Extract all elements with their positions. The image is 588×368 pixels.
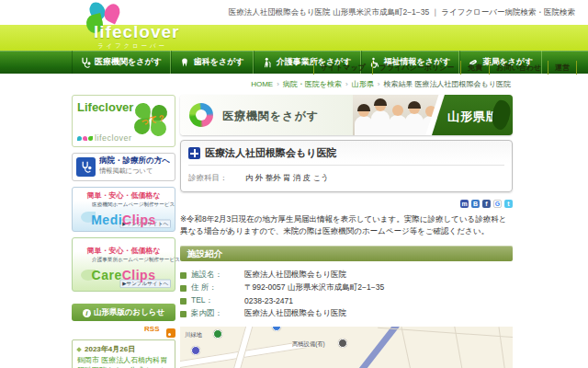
department-label: 診療科目： [188,173,234,184]
tab-label: 医療機関をさがす [95,56,162,68]
map-label-park[interactable]: 川緑地 [185,331,202,339]
breadcrumb-search[interactable]: 病院・医院を検索 [283,79,342,89]
department-value: 内 外 整外 胃 消 皮 こう [245,173,329,184]
sidebar: Lifeclover って？ lifeclover 病院・診療所の方へ 情報掲載… [72,95,175,368]
poi-marker-icon[interactable] [272,327,281,331]
rss-row: RSS [72,325,175,337]
mini-logo-text: lifeclover [95,133,132,143]
prefecture-silhouette-icon [491,99,512,131]
news-item-link[interactable]: 鶴岡市 医療法人石橋内科胃腸科医院さんの公式ホームペ [77,356,170,368]
hospital-summary-card: 医療法人社団根際会もり医院 診療科目： 内 外 整外 胃 消 皮 こう [180,140,513,192]
department-row: 診療科目： 内 外 整外 胃 消 皮 こう [188,173,504,184]
facility-section-header: 施設紹介 [180,246,513,261]
site-logo[interactable]: lifeclover ライフクローバー [79,2,208,51]
lifeclover-about-banner[interactable]: Lifeclover って？ lifeclover [72,95,175,147]
bullet-icon [180,298,187,305]
page: 医療法人社団根際会もり医院 山形県米沢市成島町2−1−35 ｜ ライフクローバー… [0,0,588,368]
clover-petal-icon [102,2,123,25]
tooth-icon [179,57,190,68]
rss-link[interactable]: RSS [144,325,159,333]
careclips-subtitle: 介護事業所ホームページ制作サービス [92,256,155,263]
map-road [227,327,254,368]
mediclips-catchcopy: 簡単・安心・低価格な [73,190,175,201]
prefecture-news-header: i山形県版のおしらせ [72,304,175,321]
map-highway [343,327,402,368]
facility-row-map: 案内図： 医療法人社団根際会もり医院 [180,307,513,320]
main-content: 医療機関をさがす 山形県版 医療法人社団根際会もり医院 診療科目： 内 外 整外… [180,95,513,368]
bullet-icon [76,347,82,352]
section-banner[interactable]: 医療機関をさがす 山形県版 [180,95,513,135]
clover-ring-icon [189,103,213,127]
tab-medical-search[interactable]: 医療機関をさがす [72,51,171,74]
breadcrumb-current: 検索結果 医療法人社団根際会もり医院 [383,79,511,89]
breadcrumb-separator: › [277,80,279,88]
provider-banner-title: 病院・診療所の方へ [99,155,170,167]
mediclips-banner[interactable]: 簡単・安心・低価格な 医療機関ホームページ制作サービス MediClips ▶サ… [72,187,175,232]
mixi-icon[interactable]: m [460,200,469,208]
bullet-icon [180,285,187,292]
tab-dental-search[interactable]: 歯科をさがす [171,51,254,74]
page-title-text: 医療法人社団根際会もり医院 山形県米沢市成島町2−1−35 ｜ ライフクローバー… [229,7,575,18]
provider-banner-subtitle: 情報掲載について [99,167,156,176]
mediclips-logo: MediClips [73,213,175,227]
facility-detail-list: 施設名： 医療法人社団根際会もり医院 住 所： 〒992-0057 山形県米沢市… [180,269,513,320]
social-bookmark-row: m B f G t [180,200,513,208]
hatena-icon[interactable]: B [471,200,480,208]
facility-row-name: 施設名： 医療法人社団根際会もり医院 [180,269,513,282]
utility-nav: サイトマップ プライバシーポリシー 免責 お問い合わせ 運営 [313,61,577,75]
data-source-notice: ※令和8年2月3日現在の地方厚生局届出情報を表示しています。実際に診療している診… [180,213,513,237]
breadcrumb-separator: › [345,80,348,88]
breadcrumb-home[interactable]: HOME [251,80,273,88]
tab-label: 歯科をさがす [194,56,244,68]
utility-link-operator[interactable]: 運営 [548,61,577,75]
stethoscope-icon [76,157,96,177]
caregiver-icon [262,57,273,68]
provider-info-banner[interactable]: 病院・診療所の方へ 情報掲載について [72,153,175,181]
park-marker-icon[interactable] [213,329,222,339]
info-icon: i [83,309,91,317]
twitter-icon[interactable]: t [504,200,513,208]
bullet-icon [180,311,187,317]
prefecture-edition-badge: 山形県版 [432,95,513,135]
news-list: 2023年4月26日 鶴岡市 医療法人石橋内科胃腸科医院さんの公式ホームペ [72,339,175,368]
clover-petal-icon [88,136,93,141]
company-marker-icon[interactable] [338,339,347,348]
lifeclover-banner-title: Lifeclover [77,100,133,114]
hospital-icon [188,147,200,159]
utility-link-disclaimer[interactable]: 免責 [460,61,489,75]
map-road [378,328,513,338]
utility-link-privacy[interactable]: プライバシーポリシー [372,61,461,75]
news-item-date: 2023年4月26日 [77,344,170,354]
stethoscope-icon [80,57,91,68]
careclips-banner[interactable]: 簡単・安心・低価格な 介護事業所ホームページ制作サービス CareClips ▶… [72,237,175,292]
careclips-logo: CareClips [73,268,175,282]
mediclips-subtitle: 医療機関ホームページ制作サービス [92,201,155,208]
breadcrumb: HOME › 病院・医院を検索 › 山形県 › 検索結果 医療法人社団根際会もり… [251,79,511,89]
logo-kana: ライフクローバー [97,42,167,51]
breadcrumb-separator: › [378,80,380,88]
utility-link-sitemap[interactable]: サイトマップ [313,61,372,75]
bullet-icon [180,272,187,279]
utility-link-contact[interactable]: お問い合わせ [489,61,548,75]
logo-wordmark: lifeclover [94,22,179,42]
clover-petal-icon [83,136,87,141]
careclips-catchcopy: 簡単・安心・低価格な [73,246,175,256]
lifeclover-mini-logo: lifeclover [77,133,132,143]
poi-marker-icon[interactable] [191,346,200,355]
rss-icon[interactable] [166,328,175,338]
facebook-icon[interactable]: f [482,200,491,208]
map-label-company[interactable]: 高橋設備(有) [292,340,325,349]
clover-petal-icon [77,136,82,141]
map-road [498,328,509,368]
location-map[interactable]: 川緑地 高橋設備(有) [180,327,513,368]
hospital-header: 医療法人社団根際会もり医院 [188,146,504,166]
breadcrumb-prefecture[interactable]: 山形県 [352,79,374,89]
map-road [401,327,417,368]
facility-row-address: 住 所： 〒992-0057 山形県米沢市成島町2−1−35 [180,282,513,294]
provider-banner-texts: 病院・診療所の方へ 情報掲載について [99,155,170,178]
google-icon[interactable]: G [493,200,502,208]
facility-row-tel: TEL： 0238-23-2471 [180,294,513,307]
hospital-name: 医療法人社団根際会もり医院 [205,146,337,160]
section-banner-title: 医療機関をさがす [222,109,319,124]
